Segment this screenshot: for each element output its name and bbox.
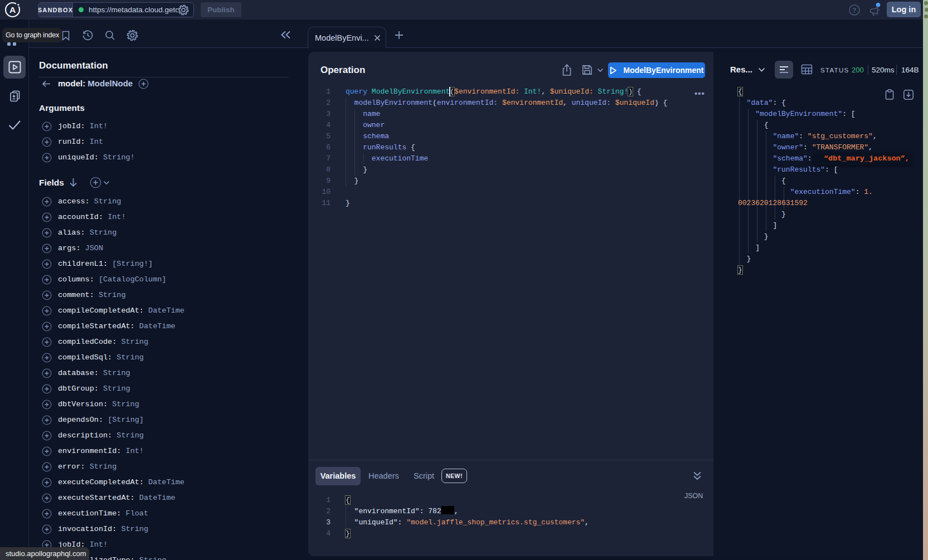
svg-text:A: A: [9, 5, 16, 14]
svg-text:?: ?: [852, 7, 856, 14]
